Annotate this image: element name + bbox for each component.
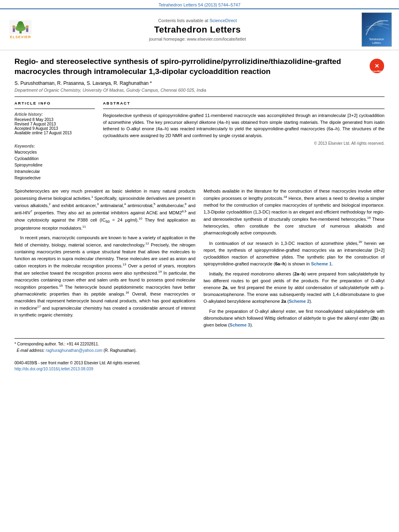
elsevier-tree-icon <box>8 20 33 34</box>
issn-line: 0040-4039/$ - see front matter © 2013 El… <box>14 360 385 366</box>
email-link[interactable]: raghuraghunathan@yahoo.com <box>46 348 103 353</box>
journal-header: ELSEVIER Contents lists available at Sci… <box>0 8 399 50</box>
body-para-2: In recent years, macrocyclic compounds a… <box>14 234 195 318</box>
email-label: E-mail address: <box>17 348 45 353</box>
keywords-list: Macrocycles Cycloaddition Spiropyrrolidi… <box>14 149 95 181</box>
journal-reference-text: Tetrahedron Letters 54 (2013) 5744–5747 <box>158 2 241 7</box>
body-column-1: Spiroheterocycles are very much prevalen… <box>14 188 195 332</box>
sciencedirect-link[interactable]: ScienceDirect <box>210 18 237 23</box>
body-para-6: For the preparation of O-alkyl alkenyl e… <box>204 308 385 329</box>
received-date: Received 8 May 2013 <box>14 117 95 122</box>
article-info-abstract-section: ARTICLE INFO Article history: Received 8… <box>14 101 385 181</box>
svg-rect-8 <box>26 28 29 32</box>
article-title-text: Regio- and stereoselective synthesis of … <box>14 57 365 76</box>
accepted-date: Accepted 9 August 2013 <box>14 126 95 131</box>
affiliation: Department of Organic Chemistry, Univers… <box>14 88 385 92</box>
email-line: E-mail address: raghuraghunathan@yahoo.c… <box>14 347 385 353</box>
journal-homepage: journal homepage: www.elsevier.com/locat… <box>149 37 246 41</box>
crossmark-icon: ✕ CrossMark <box>369 58 385 74</box>
body-para-3: Methods available in the literature for … <box>204 188 385 236</box>
elsevier-text: ELSEVIER <box>10 35 31 39</box>
header-right: TetrahedronLetters <box>360 12 393 47</box>
body-para-5: Initially, the required monobromo alkene… <box>204 271 385 305</box>
svg-point-9 <box>377 20 383 26</box>
article-title-block: Regio- and stereoselective synthesis of … <box>14 57 385 76</box>
cover-journal-text: TetrahedronLetters <box>369 38 384 45</box>
history-label: Article history: <box>14 112 95 117</box>
keyword-4: Intramolecular <box>14 168 95 175</box>
svg-text:✕: ✕ <box>374 63 379 69</box>
svg-point-4 <box>18 21 23 25</box>
svg-point-10 <box>370 27 374 31</box>
article-content: Regio- and stereoselective synthesis of … <box>0 50 399 380</box>
article-info-label: ARTICLE INFO <box>14 101 95 105</box>
title-divider <box>14 97 385 97</box>
copyright-text: © 2013 Elsevier Ltd. All rights reserved… <box>103 141 385 146</box>
abstract-column: ABSTRACT Regioselective synthesis of spi… <box>103 101 385 181</box>
keywords-label: Keywords: <box>14 144 95 148</box>
journal-cover-image: TetrahedronLetters <box>362 12 392 47</box>
scheme2-link[interactable]: Scheme 2 <box>289 299 309 304</box>
doi-link[interactable]: http://dx.doi.org/10.1016/j.tetlet.2013.… <box>14 367 93 371</box>
article-info-divider <box>14 109 95 109</box>
page: Tetrahedron Letters 54 (2013) 5744–5747 <box>0 0 399 532</box>
homepage-text: journal homepage: www.elsevier.com/locat… <box>149 37 246 41</box>
abstract-divider <box>103 109 385 109</box>
svg-point-5 <box>12 25 15 28</box>
email-name: (R. Raghunathan). <box>103 348 136 353</box>
body-section: Spiroheterocycles are very much prevalen… <box>14 188 385 332</box>
journal-reference-bar: Tetrahedron Letters 54 (2013) 5744–5747 <box>0 0 399 8</box>
doi-line: http://dx.doi.org/10.1016/j.tetlet.2013.… <box>14 366 385 372</box>
svg-point-7 <box>26 25 29 28</box>
corresponding-author-text: * Corresponding author. Tel.: +91 44 222… <box>14 342 99 346</box>
keyword-3: Spiropyrrolidine <box>14 162 95 168</box>
svg-rect-6 <box>13 28 15 32</box>
header-left: ELSEVIER <box>6 12 35 47</box>
sciencedirect-label: Contents lists available at <box>158 18 208 23</box>
cover-decoration-icon <box>364 17 390 37</box>
body-para-4: In continuation of our research in 1,3-D… <box>204 240 385 267</box>
scheme3-link[interactable]: Scheme 3 <box>230 322 250 327</box>
authors: S. Purushothaman, R. Prasanna, S. Lavany… <box>14 80 385 86</box>
svg-text:CrossMark: CrossMark <box>370 70 383 72</box>
sciencedirect-line: Contents lists available at ScienceDirec… <box>158 18 237 23</box>
revised-date: Revised 7 August 2013 <box>14 122 95 126</box>
crossmark-svg: ✕ CrossMark <box>369 58 385 74</box>
journal-title: Tetrahedron Letters <box>154 25 241 35</box>
scheme1-link[interactable]: Scheme 1 <box>311 261 331 266</box>
body-para-1: Spiroheterocycles are very much prevalen… <box>14 188 195 231</box>
footnote-section: * Corresponding author. Tel.: +91 44 222… <box>14 338 385 372</box>
keyword-2: Cycloaddition <box>14 156 95 162</box>
corresponding-author-note: * Corresponding author. Tel.: +91 44 222… <box>14 342 385 346</box>
abstract-text: Regioselective synthesis of spiropyrroli… <box>103 112 385 139</box>
elsevier-logo: ELSEVIER <box>6 20 35 40</box>
header-center: Contents lists available at ScienceDirec… <box>39 12 356 47</box>
online-date: Available online 17 August 2013 <box>14 131 95 135</box>
keyword-5: Regioselective <box>14 175 95 181</box>
body-column-2: Methods available in the literature for … <box>204 188 385 332</box>
article-info-column: ARTICLE INFO Article history: Received 8… <box>14 101 95 181</box>
body-two-columns: Spiroheterocycles are very much prevalen… <box>14 188 385 332</box>
abstract-label: ABSTRACT <box>103 101 385 105</box>
keyword-1: Macrocycles <box>14 149 95 156</box>
